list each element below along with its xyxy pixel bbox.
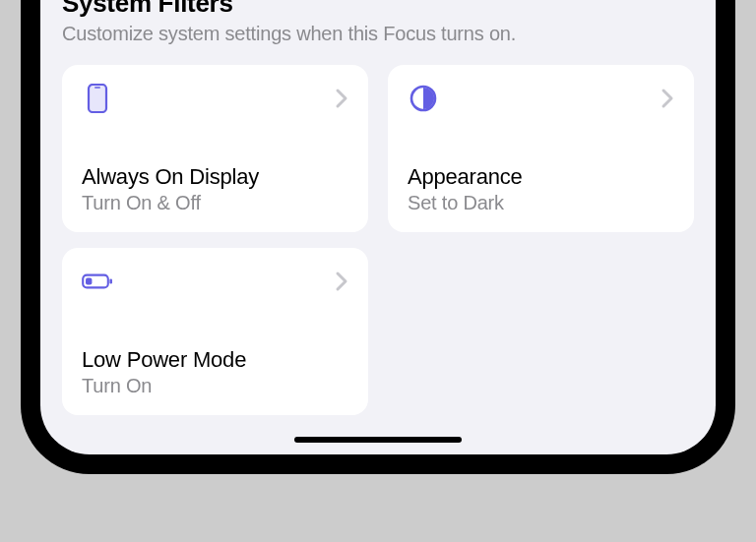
section-header: System Filters Customize system settings… <box>62 0 694 45</box>
card-title: Low Power Mode <box>82 347 348 373</box>
svg-rect-4 <box>86 277 92 284</box>
battery-low-icon <box>82 266 113 297</box>
card-subtitle: Turn On <box>82 375 348 397</box>
phone-icon <box>82 83 113 114</box>
contrast-icon <box>408 83 439 114</box>
card-subtitle: Set to Dark <box>408 192 674 214</box>
card-title: Appearance <box>408 164 674 190</box>
filter-card-always-on-display[interactable]: Always On Display Turn On & Off <box>62 65 368 232</box>
phone-frame: System Filters Customize system settings… <box>21 0 735 474</box>
svg-rect-1 <box>94 87 100 89</box>
chevron-right-icon <box>661 88 674 109</box>
card-text: Low Power Mode Turn On <box>82 347 348 397</box>
section-subtitle: Customize system settings when this Focu… <box>62 23 694 45</box>
card-text: Appearance Set to Dark <box>408 164 674 214</box>
svg-rect-0 <box>89 85 106 112</box>
filter-grid: Always On Display Turn On & Off <box>62 65 694 415</box>
section-title: System Filters <box>62 0 694 19</box>
card-top <box>82 266 348 297</box>
screen: System Filters Customize system settings… <box>40 0 716 454</box>
card-text: Always On Display Turn On & Off <box>82 164 348 214</box>
card-subtitle: Turn On & Off <box>82 192 348 214</box>
filter-card-appearance[interactable]: Appearance Set to Dark <box>388 65 694 232</box>
card-top <box>82 83 348 114</box>
svg-rect-5 <box>109 279 112 284</box>
home-indicator[interactable] <box>294 437 462 443</box>
filter-card-low-power-mode[interactable]: Low Power Mode Turn On <box>62 248 368 415</box>
phone-inner: System Filters Customize system settings… <box>34 0 722 460</box>
card-title: Always On Display <box>82 164 348 190</box>
card-top <box>408 83 674 114</box>
chevron-right-icon <box>335 271 348 292</box>
chevron-right-icon <box>335 88 348 109</box>
